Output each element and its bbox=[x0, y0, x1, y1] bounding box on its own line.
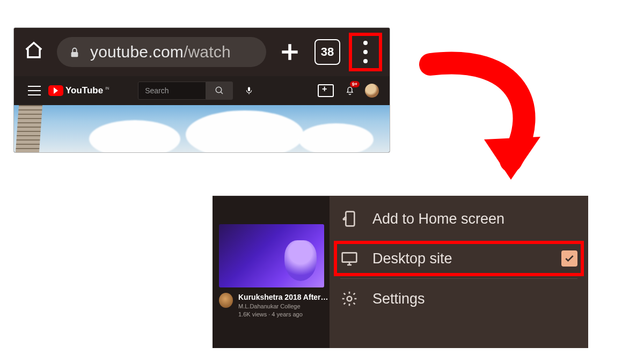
search-icon bbox=[215, 86, 224, 95]
tab-switcher-button[interactable]: 38 bbox=[314, 39, 340, 65]
notification-badge: 9+ bbox=[350, 81, 360, 87]
create-button[interactable] bbox=[318, 84, 334, 97]
video-content bbox=[16, 105, 42, 152]
video-title[interactable]: Kurukshetra 2018 After M… bbox=[238, 293, 330, 302]
dot-icon bbox=[363, 41, 368, 45]
menu-label: Settings bbox=[372, 291, 425, 307]
browser-overflow-menu: Add to Home screen Desktop site Settings bbox=[330, 196, 588, 348]
svg-rect-2 bbox=[248, 87, 250, 91]
dot-icon bbox=[363, 59, 368, 63]
desktop-site-checkbox[interactable] bbox=[561, 250, 577, 267]
voice-search-button[interactable] bbox=[239, 81, 259, 100]
highlight-box bbox=[334, 241, 584, 276]
chrome-address-bar: youtube.com/watch 38 bbox=[14, 28, 390, 76]
menu-item-settings[interactable]: Settings bbox=[340, 279, 577, 319]
svg-point-1 bbox=[216, 87, 222, 93]
check-icon bbox=[564, 253, 575, 264]
url-host: youtube.com bbox=[90, 43, 184, 61]
url-field[interactable]: youtube.com/watch bbox=[57, 37, 266, 67]
search-button[interactable] bbox=[206, 82, 233, 100]
tab-count: 38 bbox=[321, 45, 334, 59]
video-meta: Kurukshetra 2018 After M… M.L.Dahanukar … bbox=[219, 293, 330, 318]
channel-name[interactable]: M.L.Dahanukar College bbox=[238, 303, 330, 310]
menu-item-desktop-site[interactable]: Desktop site bbox=[340, 239, 577, 279]
svg-rect-3 bbox=[346, 212, 354, 226]
youtube-logo[interactable]: YouTube IN bbox=[48, 85, 109, 96]
annotation-arrow bbox=[398, 43, 559, 204]
video-stats: 1.6K views · 4 years ago bbox=[238, 311, 330, 318]
youtube-brand-text: YouTube bbox=[65, 85, 103, 96]
menu-item-add-to-home[interactable]: Add to Home screen bbox=[340, 199, 577, 239]
video-thumbnail[interactable] bbox=[219, 224, 324, 287]
search-placeholder: Search bbox=[145, 86, 169, 95]
svg-rect-0 bbox=[71, 52, 78, 57]
hamburger-icon[interactable] bbox=[28, 86, 41, 95]
home-icon[interactable] bbox=[24, 40, 47, 64]
browser-menu-screenshot: Kurukshetra 2018 After M… M.L.Dahanukar … bbox=[213, 196, 588, 348]
avatar[interactable] bbox=[365, 84, 379, 98]
svg-point-5 bbox=[347, 297, 352, 301]
lock-icon bbox=[69, 45, 80, 59]
channel-avatar[interactable] bbox=[219, 293, 233, 308]
background-page: Kurukshetra 2018 After M… M.L.Dahanukar … bbox=[213, 196, 330, 348]
dot-icon bbox=[363, 50, 368, 54]
svg-rect-4 bbox=[342, 253, 357, 262]
gear-icon bbox=[340, 290, 358, 308]
menu-label: Desktop site bbox=[372, 250, 452, 267]
add-to-home-icon bbox=[340, 210, 358, 228]
new-tab-button[interactable] bbox=[278, 40, 302, 64]
mic-icon bbox=[245, 85, 253, 96]
browser-menu-button[interactable] bbox=[349, 33, 382, 71]
desktop-icon bbox=[340, 249, 358, 268]
youtube-header: YouTube IN Search 9+ bbox=[14, 76, 390, 105]
youtube-region: IN bbox=[105, 86, 109, 90]
youtube-play-icon bbox=[48, 85, 63, 96]
video-player-area bbox=[14, 105, 390, 152]
url-path: /watch bbox=[184, 43, 231, 61]
menu-label: Add to Home screen bbox=[372, 211, 504, 227]
notifications-button[interactable]: 9+ bbox=[345, 84, 355, 98]
search-input[interactable]: Search bbox=[138, 82, 206, 100]
browser-screenshot: youtube.com/watch 38 YouTube IN Search bbox=[14, 28, 390, 152]
